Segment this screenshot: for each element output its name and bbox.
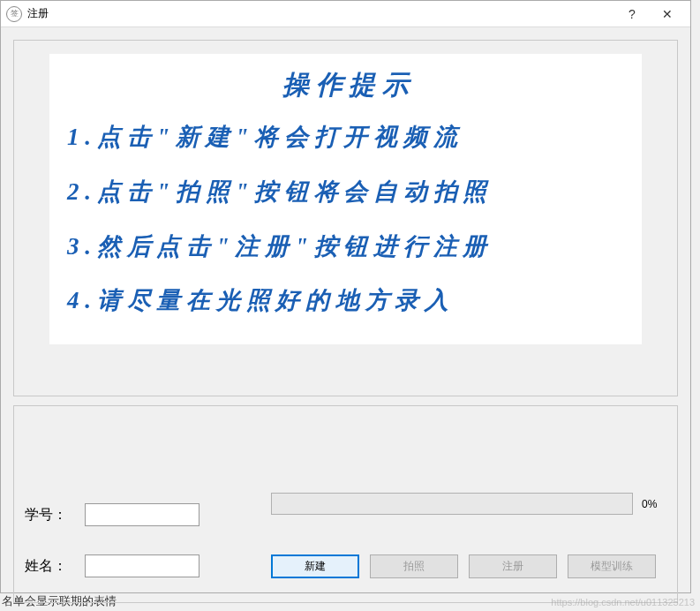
help-button[interactable]: ? bbox=[614, 3, 650, 26]
progress-bar bbox=[271, 493, 633, 515]
close-button[interactable]: ✕ bbox=[650, 3, 685, 26]
progress-percent-label: 0% bbox=[642, 498, 657, 510]
instruction-heading: 操 作 提 示 bbox=[67, 67, 624, 103]
titlebar-controls: ? ✕ bbox=[614, 3, 685, 26]
student-id-input[interactable] bbox=[85, 503, 199, 526]
watermark-text: https://blog.csdn.net/u011325213 bbox=[551, 597, 695, 607]
instruction-line-3: 3 . 然 后 点 击 " 注 册 " 按 钮 进 行 注 册 bbox=[67, 230, 624, 264]
titlebar: 签 注册 ? ✕ bbox=[1, 1, 690, 27]
capture-button[interactable]: 拍照 bbox=[370, 554, 458, 578]
instruction-panel: 操 作 提 示 1 . 点 击 " 新 建 " 将 会 打 开 视 频 流 2 … bbox=[13, 40, 678, 396]
instruction-inner: 操 作 提 示 1 . 点 击 " 新 建 " 将 会 打 开 视 频 流 2 … bbox=[49, 54, 642, 344]
name-row: 姓名： bbox=[25, 554, 199, 577]
train-button[interactable]: 模型训练 bbox=[568, 554, 656, 578]
button-row: 新建 拍照 注册 模型训练 bbox=[271, 554, 656, 578]
name-label: 姓名： bbox=[25, 557, 79, 576]
progress-row: 0% bbox=[271, 493, 657, 515]
name-input[interactable] bbox=[85, 554, 199, 577]
instruction-line-2: 2 . 点 击 " 拍 照 " 按 钮 将 会 自 动 拍 照 bbox=[67, 176, 624, 209]
instruction-line-1: 1 . 点 击 " 新 建 " 将 会 打 开 视 频 流 bbox=[67, 121, 624, 155]
register-button[interactable]: 注册 bbox=[469, 554, 557, 578]
student-id-label: 学号： bbox=[25, 506, 79, 524]
instruction-line-4: 4 . 请 尽 量 在 光 照 好 的 地 方 录 入 bbox=[67, 284, 624, 318]
window-title: 注册 bbox=[27, 6, 614, 21]
dialog-window: 签 注册 ? ✕ 操 作 提 示 1 . 点 击 " 新 建 " 将 会 打 开… bbox=[0, 0, 691, 593]
window-icon: 签 bbox=[6, 6, 22, 22]
form-panel: 0% 学号： 姓名： 新建 拍照 注册 模型训练 bbox=[13, 405, 678, 603]
student-id-row: 学号： bbox=[25, 503, 199, 526]
new-button[interactable]: 新建 bbox=[271, 554, 359, 578]
